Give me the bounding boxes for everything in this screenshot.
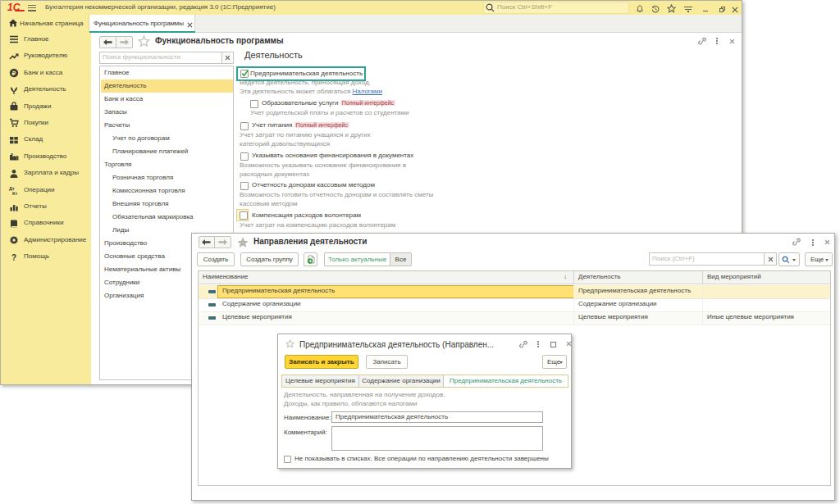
svg-text:?: ? (11, 253, 16, 262)
svg-text:₽: ₽ (12, 70, 16, 77)
svg-text:Кт: Кт (12, 191, 17, 196)
